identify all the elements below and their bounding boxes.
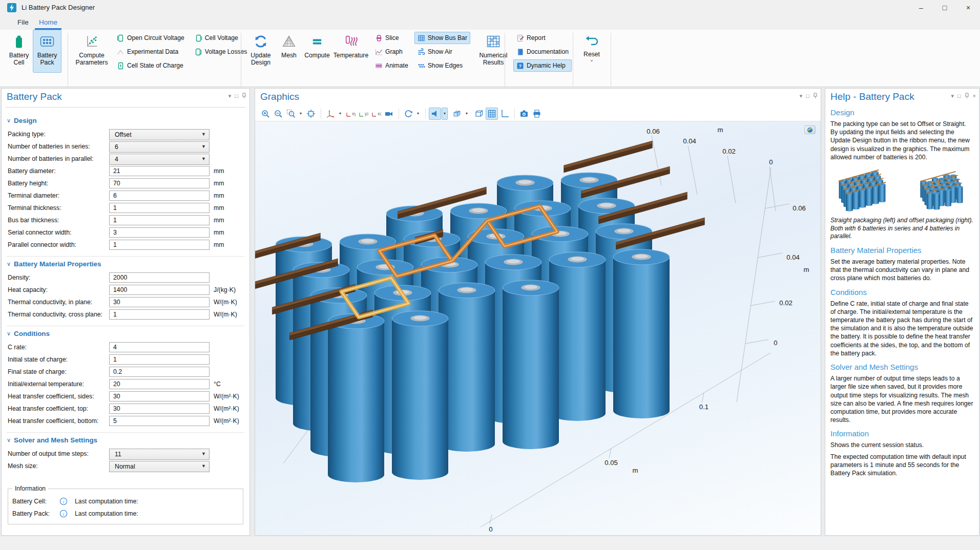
update-design-button[interactable]: Update Design [246, 30, 276, 73]
view-xz-button[interactable]: xz [370, 108, 382, 120]
field-control[interactable]: Normal ▼ [109, 461, 210, 472]
compute-button[interactable]: Compute [302, 30, 332, 73]
view-options-dropdown-icon[interactable]: ▾ [464, 108, 470, 120]
field-control[interactable]: 70 ▼ [109, 178, 210, 188]
default-3d-view-dropdown-icon[interactable]: ▾ [337, 108, 343, 120]
wireframe-rendering-button[interactable] [473, 108, 485, 120]
maximize-button[interactable]: □ [933, 0, 956, 15]
voltage-losses-button[interactable]: Voltage Losses [192, 46, 251, 58]
default-3d-view-button[interactable] [324, 108, 337, 120]
field-control[interactable]: 5 ▼ [109, 416, 210, 426]
panel-close-icon[interactable]: × [973, 93, 976, 99]
report-button[interactable]: Report [513, 32, 572, 44]
zoom-out-button[interactable] [272, 108, 284, 120]
scene-camera-button[interactable] [383, 108, 395, 120]
battery-cylinder [933, 193, 940, 210]
field-control[interactable]: 1 ▼ [109, 203, 210, 213]
information-row: Battery Pack: i Last computation time: [12, 507, 239, 520]
field-control[interactable]: 20 ▼ [109, 379, 210, 389]
field-control[interactable]: 11 ▼ [109, 449, 210, 460]
dropdown-arrow-icon: ▼ [201, 156, 206, 161]
panel-float-icon[interactable]: □ [235, 93, 238, 99]
field-control[interactable]: 1 ▼ [109, 240, 210, 250]
close-button[interactable]: × [956, 0, 980, 15]
field-control[interactable]: 3 ▼ [109, 227, 210, 238]
field-control[interactable]: 30 ▼ [109, 404, 210, 414]
battery-cell-nav-button[interactable]: Battery Cell [5, 30, 33, 73]
field-control[interactable]: 2000 ▼ [109, 272, 210, 283]
panel-menu-icon[interactable]: ▾ [951, 93, 954, 99]
panel-menu-icon[interactable]: ▾ [800, 93, 803, 99]
render-indicator-icon[interactable] [804, 125, 816, 134]
show-axes-button[interactable] [498, 108, 511, 120]
cell-state-of-charge-button[interactable]: Cell State of Charge [114, 59, 187, 72]
help-text-information-2: The expected computation time with defau… [830, 453, 974, 478]
panel-pin-icon[interactable] [242, 93, 246, 99]
temperature-button[interactable]: Temperature [332, 30, 370, 73]
field-control[interactable]: 4 ▼ [109, 154, 210, 165]
snapshot-button[interactable] [518, 108, 530, 120]
show-air-button[interactable]: Show Air [414, 46, 470, 58]
panel-pin-icon[interactable] [965, 93, 969, 99]
reset-button[interactable]: Reset ⌄ [578, 30, 606, 73]
field-control[interactable]: Offset ▼ [109, 129, 210, 140]
show-bus-bar-button[interactable]: Show Bus Bar [414, 32, 470, 44]
animate-button[interactable]: Animate [372, 59, 411, 72]
menu-home[interactable]: Home [35, 17, 61, 30]
field-control[interactable]: 0.2 ▼ [109, 367, 210, 377]
information-row: Battery Cell: i Last computation time: [12, 495, 239, 507]
view-options-button[interactable] [451, 108, 463, 120]
field-control[interactable]: 1 ▼ [109, 354, 210, 365]
numerical-results-button[interactable]: Numerical Results [473, 30, 513, 73]
section-header-material[interactable]: ∨ Battery Material Properties [7, 259, 244, 269]
panel-float-icon[interactable]: □ [806, 93, 809, 99]
slice-button[interactable]: Slice [372, 32, 411, 44]
field-control[interactable]: 1 ▼ [109, 309, 210, 320]
panel-pin-icon[interactable] [813, 93, 818, 99]
view-yz-button[interactable]: yz [357, 108, 369, 120]
menu-file[interactable]: File [13, 17, 33, 30]
battery-pack-nav-button[interactable]: Battery Pack [33, 30, 61, 73]
field-control[interactable]: 1400 ▼ [109, 285, 210, 295]
form-row: Number of output time steps: 11 ▼ [7, 449, 244, 459]
rotate-button[interactable] [402, 108, 414, 120]
form-row: Serial connector width: 3 ▼ mm [7, 227, 244, 238]
field-control[interactable]: 6 ▼ [109, 191, 210, 201]
view-xy-button[interactable]: xy [344, 108, 357, 120]
field-control[interactable]: 30 ▼ [109, 297, 210, 307]
show-edges-button[interactable]: Show Edges [414, 59, 470, 72]
show-grid-button[interactable] [486, 108, 498, 120]
help-heading-conditions: Conditions [830, 288, 974, 297]
reset-dropdown-icon[interactable]: ⌄ [590, 57, 594, 62]
zoom-extents-button[interactable] [305, 108, 317, 120]
straight-packaging-image [830, 165, 910, 215]
section-header-solver[interactable]: ∨ Solver and Mesh Settings [7, 435, 244, 445]
print-button[interactable] [531, 108, 543, 120]
battery-pack-3d-scene[interactable]: 0.06 0.04 0.02 0 m 0.06 0.04 m 0.02 0 0.… [255, 121, 821, 535]
panel-float-icon[interactable]: □ [957, 93, 961, 99]
zoom-box-dropdown-icon[interactable]: ▾ [298, 108, 304, 120]
scene-light-button[interactable] [429, 108, 441, 120]
field-control[interactable]: 1 ▼ [109, 215, 210, 225]
graph-button[interactable]: Graph [372, 46, 411, 58]
field-control[interactable]: 30 ▼ [109, 391, 210, 401]
dynamic-help-button[interactable]: ? Dynamic Help [513, 59, 572, 72]
compute-parameters-button[interactable]: Compute Parameters [73, 30, 111, 73]
zoom-box-button[interactable] [285, 108, 297, 120]
field-control[interactable]: 21 ▼ [109, 166, 210, 176]
section-header-design[interactable]: ∨ Design [7, 115, 244, 125]
field-control[interactable]: 6 ▼ [109, 141, 210, 153]
minimize-button[interactable]: – [909, 0, 933, 15]
rotate-dropdown-icon[interactable]: ▾ [415, 108, 421, 120]
documentation-button[interactable]: Documentation [513, 46, 572, 58]
scene-light-dropdown-icon[interactable]: ▾ [442, 108, 448, 120]
experimental-data-button[interactable]: Experimental Data [114, 46, 187, 58]
field-control[interactable]: 4 ▼ [109, 342, 210, 352]
cell-voltage-button[interactable]: Cell Voltage [192, 32, 251, 44]
section-header-conditions[interactable]: ∨ Conditions [7, 328, 244, 339]
open-circuit-voltage-button[interactable]: Open Circuit Voltage [114, 32, 187, 44]
graphics-viewport[interactable]: 0.06 0.04 0.02 0 m 0.06 0.04 m 0.02 0 0.… [255, 121, 821, 535]
zoom-in-button[interactable] [259, 108, 272, 120]
mesh-button[interactable]: Mesh [276, 30, 302, 73]
panel-menu-icon[interactable]: ▾ [228, 93, 232, 99]
